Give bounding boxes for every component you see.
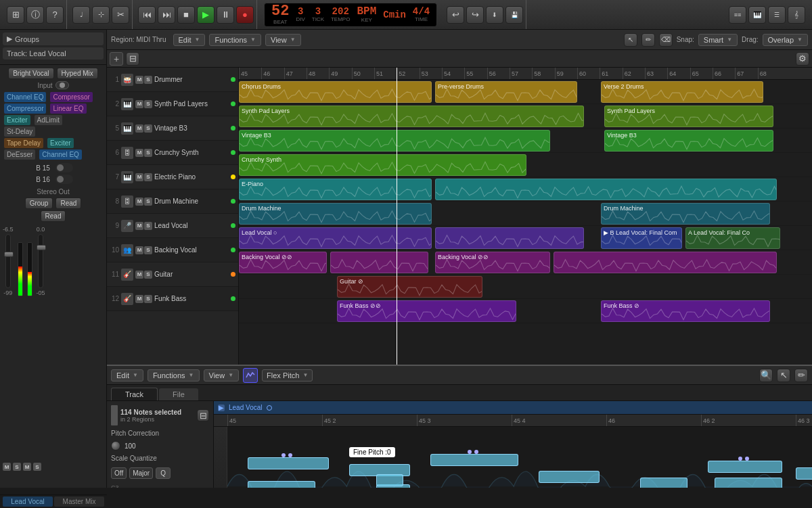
pitch-note-0[interactable] (248, 457, 329, 469)
region-7-1[interactable] (330, 252, 428, 273)
channel-name-btn[interactable]: Bright Vocal (8, 68, 53, 79)
track-label-7[interactable]: 7 🎹 M S Electric Piano (107, 165, 238, 189)
fader-thumb-right[interactable] (37, 245, 46, 250)
pitch-dot-0-2[interactable] (288, 453, 292, 457)
region-0-2[interactable]: Verse 2 Drums (601, 81, 763, 103)
fast-forward-button[interactable]: ⏭ (158, 6, 175, 24)
exciter-slot-2[interactable]: Exciter (47, 138, 74, 148)
pitch-note-13[interactable] (715, 478, 782, 488)
editor-zoom-out[interactable]: 🔍 (759, 369, 773, 382)
score-button[interactable]: 𝄞 (788, 6, 805, 24)
mute-btn-10[interactable]: M (135, 246, 143, 254)
scissors-button[interactable]: ✂ (112, 6, 129, 24)
scale-major-selector[interactable]: Major (129, 467, 153, 479)
mute-btn-7[interactable]: M (135, 173, 143, 181)
track-label-12[interactable]: 12 🎸 M S Funk Bass (107, 287, 238, 311)
fader-track-left[interactable] (5, 234, 11, 288)
region-9-1[interactable]: Funk Bass ⊘ (601, 300, 770, 322)
tape-delay-slot[interactable]: Tape Delay (4, 138, 43, 148)
metronome-button[interactable]: ♩ (72, 6, 90, 24)
mute-btn-6[interactable]: M (135, 149, 143, 157)
pause-button[interactable]: ⏸ (217, 6, 234, 24)
region-0-0[interactable]: Chorus Drums (239, 81, 432, 103)
region-6-2[interactable]: ▶ B Lead Vocal: Final Com (601, 227, 682, 249)
editor-view-dropdown[interactable]: View ▼ (204, 369, 240, 382)
redo-button[interactable]: ↪ (466, 6, 484, 24)
edit-dropdown[interactable]: Edit ▼ (173, 34, 206, 46)
bounce-button[interactable]: ⬇ (486, 6, 503, 24)
hyped-mix-btn[interactable]: Hyped Mix (57, 68, 98, 79)
mute-btn-9[interactable]: M (135, 222, 143, 230)
list-editor-button[interactable]: ☰ (768, 6, 786, 24)
deesser-slot[interactable]: DeEsser (4, 149, 35, 160)
pitch-note-5[interactable] (376, 474, 403, 486)
track-options-button[interactable]: ⊟ (126, 52, 139, 66)
region-7-0[interactable]: Backing Vocal ⊘⊘ (239, 252, 327, 273)
pitch-dot-12-1[interactable] (738, 457, 742, 461)
group-btn[interactable]: Group (25, 198, 53, 209)
solo-btn-1[interactable]: S (144, 76, 152, 84)
tab-track[interactable]: Track (111, 388, 158, 400)
solo-btn-9[interactable]: S (144, 222, 152, 230)
pitch-note-10[interactable] (640, 478, 687, 488)
pitch-dot-0-1[interactable] (281, 453, 286, 457)
track-label-10[interactable]: 10 👥 M S Backing Vocal (107, 238, 238, 262)
track-label-9[interactable]: 9 🎤 M S Lead Vocal (107, 214, 238, 238)
channel-eq-slot-2[interactable]: Channel EQ (39, 149, 81, 160)
mute-btn-strip[interactable]: M (3, 463, 11, 471)
view-dropdown[interactable]: View ▼ (265, 34, 301, 46)
flex-pitch-selector[interactable]: Flex Pitch ▼ (262, 369, 313, 382)
region-9-0[interactable]: Funk Bass ⊘⊘ (337, 300, 516, 322)
piano-roll-button[interactable]: 🎹 (748, 6, 766, 24)
region-7-3[interactable] (554, 252, 777, 273)
region-1-0[interactable]: Synth Pad Layers (239, 106, 584, 127)
bottom-label-master-mix[interactable]: Master Mix (54, 497, 104, 507)
scale-off-selector[interactable]: Off (111, 467, 127, 479)
stop-button[interactable]: ■ (177, 6, 195, 24)
region-2-0[interactable]: Vintage B3 (239, 130, 550, 152)
pitch-note-12[interactable] (708, 461, 782, 473)
pitch-note-1[interactable] (248, 481, 315, 488)
pitch-note-6[interactable] (430, 454, 518, 466)
mute-btn-12[interactable]: M (135, 295, 143, 303)
region-6-0[interactable]: Lead Vocal ○ (239, 227, 432, 249)
drag-selector[interactable]: Overlap ▼ (763, 34, 808, 46)
eraser-tool[interactable]: ⌫ (659, 33, 673, 47)
region-options-btn[interactable]: ⊟ (197, 409, 209, 421)
tab-file[interactable]: File (159, 388, 198, 400)
adlimit-slot[interactable]: AdLimit (35, 115, 62, 125)
solo-btn-2[interactable]: S (144, 100, 152, 108)
solo-btn-5[interactable]: S (144, 124, 152, 133)
mute-btn-5[interactable]: M (135, 124, 143, 133)
input-toggle[interactable] (55, 81, 69, 89)
info-button[interactable]: ⓘ (26, 6, 44, 24)
read2-btn[interactable]: Read (41, 210, 66, 222)
pitch-dot-6-2[interactable] (474, 450, 478, 454)
solo-btn-strip2[interactable]: S (33, 463, 41, 471)
play-button[interactable]: ▶ (197, 6, 215, 24)
mute-btn-2[interactable]: M (135, 100, 143, 108)
region-2-1[interactable]: Vintage B3 (604, 130, 773, 152)
customize-button[interactable]: ⊹ (92, 6, 110, 24)
quantize-btn[interactable]: Q (156, 467, 171, 479)
st-delay-slot[interactable]: St-Delay (4, 126, 35, 137)
solo-btn-11[interactable]: S (144, 271, 152, 279)
bottom-label-lead-vocal[interactable]: Lead Vocal (3, 497, 53, 507)
cursor-tool[interactable]: ↖ (624, 33, 637, 47)
track-header-settings[interactable]: ⚙ (796, 52, 809, 66)
fader-track-right[interactable] (38, 234, 43, 288)
region-0-1[interactable]: Pre-verse Drums (435, 81, 577, 103)
region-6-1[interactable] (435, 227, 584, 249)
region-3-0[interactable]: Crunchy Synth (239, 154, 526, 176)
track-section[interactable]: Track: Lead Vocal (3, 47, 104, 60)
snap-selector[interactable]: Smart ▼ (698, 34, 738, 46)
mute-btn-strip2[interactable]: M (23, 463, 31, 471)
mute-btn-11[interactable]: M (135, 271, 143, 279)
region-1-1[interactable]: Synth Pad Layers (604, 106, 773, 127)
bus2-knob[interactable] (55, 175, 73, 184)
grid-button[interactable]: ⊞ (7, 6, 24, 24)
flex-pitch-icon[interactable] (243, 368, 258, 383)
undo-button[interactable]: ↩ (447, 6, 464, 24)
editor-tool-cursor[interactable]: ↖ (777, 369, 790, 382)
bus1-knob[interactable] (55, 163, 73, 172)
